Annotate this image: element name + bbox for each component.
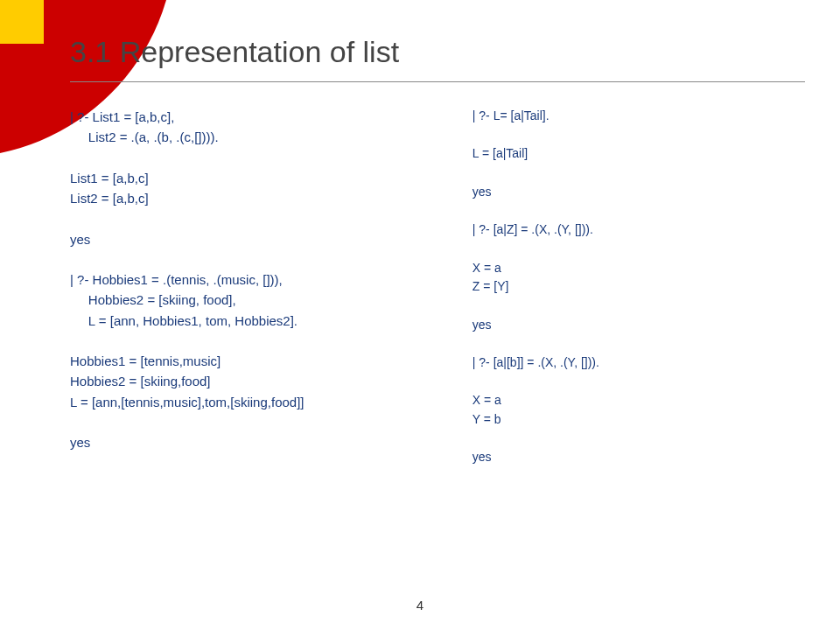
left-code-block: | ?- List1 = [a,b,c], List2 = .(a, .(b, …: [70, 107, 446, 467]
right-code-block: | ?- L= [a|Tail]. L = [a|Tail] yes | ?- …: [472, 107, 805, 467]
slide-title: 3.1 Representation of list: [70, 35, 805, 69]
two-column-layout: | ?- List1 = [a,b,c], List2 = .(a, .(b, …: [70, 107, 805, 467]
slide-content: 3.1 Representation of list | ?- List1 = …: [0, 0, 840, 630]
title-underline: [70, 81, 805, 82]
